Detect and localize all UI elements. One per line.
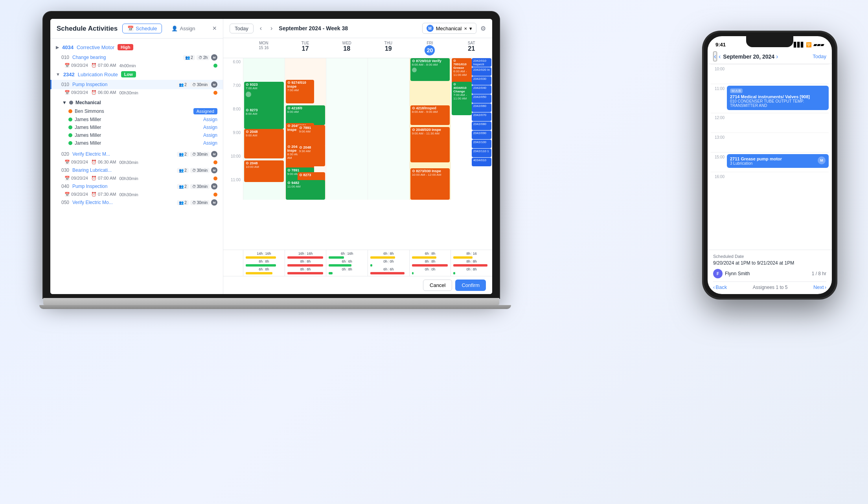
event-sat-blue-10[interactable]: 2342/100 <box>472 140 491 148</box>
phone-event-2711[interactable]: 2711 Grease pump motor 3 Lubrication M <box>727 154 829 168</box>
event-sat-2[interactable]: ⊙ 4034/010 Change 7:00 AM - 11:00 AM <box>452 82 471 115</box>
day-col-sat: ⊙ 7891/010 Grease 6:00 AM - 11:00 AM ⊙ 4… <box>451 58 492 200</box>
activity-030[interactable]: 030 Bearing Lubricati... 👥2 ⏱30min M <box>50 166 223 175</box>
phone-time-row-15: 15:00 2711 Grease pump motor 3 Lubricati… <box>711 152 829 172</box>
res-thu: 6h|8h 0h|0h 6h|6h <box>368 250 409 276</box>
day-num-sat: 21 <box>452 45 491 52</box>
phone-calendar-header: ‹ ‹ September 20, 2024 › Today <box>708 49 832 64</box>
event-tue-2[interactable]: ⊙ 4218/0 8:00 AM <box>286 105 326 125</box>
confirm-button[interactable]: Confirm <box>455 280 486 291</box>
event-sat-blue-1[interactable]: 2342/010 Inspecti <box>472 58 491 67</box>
assign-header-button[interactable]: 👤 Assign <box>167 24 200 33</box>
day-label: MON15 16 <box>259 41 268 50</box>
prev-button[interactable]: ‹ <box>257 24 264 33</box>
phone-time-label-15: 15:00 <box>711 154 725 159</box>
activity-020[interactable]: 020 Verify Electric M... 👥2 ⏱30min M <box>50 149 223 159</box>
assignee-section-010: ▼ Mechanical Ben Simmons Assigned <box>50 96 223 149</box>
event-tue-5[interactable]: ⊙ 7891 9:00 AM <box>298 125 326 147</box>
event-sat-blue-12[interactable]: 4034/010 <box>472 158 491 166</box>
wo-header-2342[interactable]: ▼ 2342 Lubrication Route Low <box>50 69 223 80</box>
event-tue-9[interactable]: ⊙ 9482 11:00 AM <box>286 180 326 200</box>
event-sat-blue-6[interactable]: 2342/060 <box>472 103 491 112</box>
phone-nav-prev[interactable]: ‹ <box>719 53 721 60</box>
cancel-button[interactable]: Cancel <box>423 280 452 291</box>
day-header-sat: SAT 21 <box>451 38 492 58</box>
expand-dept-icon: ▼ <box>62 100 67 105</box>
assign-button-2[interactable]: Assign <box>203 125 217 130</box>
phone-today-button[interactable]: Today <box>813 53 826 59</box>
activity-010-pump[interactable]: 010 Pump Inspection 👥2 ⏱30min M <box>50 80 223 89</box>
event-sub-2714: 010 CONDENSER TUBE OUTPUT TEMP. TRANSMIT… <box>730 99 826 108</box>
phone-time-row-12: 12:00 <box>711 113 829 132</box>
assign-button-4[interactable]: Assign <box>203 140 217 146</box>
assignee-name-3: James Miller <box>75 132 201 138</box>
activity-050[interactable]: 050 Verify Electric Mo... 👥2 ⏱30min M <box>50 198 223 207</box>
event-fri-4[interactable]: ⊙ 8273/030 Inspe 10:00 AM - 12:00 AM <box>410 168 450 200</box>
priority-badge-low: Low <box>121 71 136 77</box>
time-1100: 11:00 <box>223 176 243 200</box>
event-sat-blue-7[interactable]: 2342/070 <box>472 112 491 121</box>
day-col-thu <box>368 58 409 200</box>
event-tue-6[interactable]: ⊙ 2048 9:30 AM <box>298 145 326 166</box>
next-button[interactable]: › <box>268 24 275 33</box>
event-sat-blue-11[interactable]: 2342/110 1 <box>472 149 491 157</box>
res-mon: 14h|16h 8h|8h 6h|8h <box>243 250 285 276</box>
wo-id-2342[interactable]: 2342 <box>63 72 75 77</box>
wo-name-4034: Corrective Motor <box>77 44 114 50</box>
day-label-thu: THU <box>384 41 393 45</box>
signal-icon: ▋▋▋ <box>794 42 804 48</box>
phone-time-row-10: 10:00 <box>711 64 829 84</box>
assignee-name: Flynn Smith <box>725 271 750 276</box>
phone-back-nav-button[interactable]: ‹ Back <box>713 284 727 290</box>
wo-header-4034[interactable]: ▶ 4034 Corrective Motor High <box>50 42 223 53</box>
activity-detail-010: 📅 09/20/24 ⏰ 06:00 AM 00h30min <box>50 89 223 96</box>
day-num-thu: 19 <box>369 45 408 52</box>
time-600: 6:00 <box>223 58 243 82</box>
event-mon-4[interactable]: ⊙ 2048 10:00 AM <box>244 160 284 182</box>
event-sat-blue-5[interactable]: 2342/050 <box>472 94 491 103</box>
phone-time-label-11: 11:00 <box>711 86 725 91</box>
person-icon: 👤 <box>171 26 178 31</box>
phone-footer-nav: ‹ Back Assignees 1 to 5 Next › <box>713 281 826 290</box>
day-label-wed: WED <box>342 41 351 45</box>
phone-cal-body: 10:00 11:00 M A B 2714 Medical instrumen… <box>708 64 832 250</box>
event-fri-1[interactable]: ⊙ 8729/010 Verify 6:00 AM - 8:00 AM <box>410 58 450 81</box>
event-fri-2[interactable]: ⊙ 4218/Insped 8:00 AM - 9:00 AM <box>410 105 450 125</box>
event-sat-blue-8[interactable]: 2342/080 <box>472 121 491 130</box>
close-button[interactable]: × <box>212 24 217 33</box>
event-tue-1[interactable]: ⊙ 9274/010 Inspe 7:00 AM <box>286 80 314 103</box>
event-sat-blue-2[interactable]: 2342/020 In <box>472 67 491 76</box>
event-fri-3[interactable]: ⊙ 2048/020 Inspe 9:00 AM - 11:30 AM <box>410 127 450 162</box>
phone-nav-next[interactable]: › <box>776 53 778 60</box>
filter-label: Mechanical <box>436 26 462 31</box>
schedule-button[interactable]: 📅 Schedule <box>122 24 162 33</box>
phone-back-button[interactable]: ‹ <box>713 52 717 61</box>
assign-button-3[interactable]: Assign <box>203 132 217 138</box>
event-mon-3[interactable]: ⊙ 2048 9:00 AM <box>244 129 284 158</box>
event-sat-blue-4[interactable]: 2342/040 <box>472 85 491 94</box>
priority-badge-high: High <box>118 44 133 50</box>
settings-button[interactable]: ⚙ <box>480 25 486 32</box>
filter-chip[interactable]: M Mechanical × ▾ <box>422 23 476 34</box>
event-sat-blue-3[interactable]: 2342/030 <box>472 76 491 85</box>
phone-time-row-11: 11:00 M A B 2714 Medical instruments/ Va… <box>711 84 829 113</box>
wo-id-4034[interactable]: 4034 <box>62 44 74 50</box>
assignee-row-2: James Miller Assign <box>62 123 217 131</box>
activity-040[interactable]: 040 Pump Inspection 👥2 ⏱30min M <box>50 182 223 191</box>
phone-notch <box>746 36 793 47</box>
event-badge: M A B <box>730 88 743 93</box>
activity-row-4034-010[interactable]: 010 Change bearing 👥2 ⏱2h M <box>50 53 223 62</box>
assign-button-1[interactable]: Assign <box>203 117 217 122</box>
phone-event-2714[interactable]: M A B 2714 Medical instruments/ Valves [… <box>727 86 829 110</box>
phone-time: 9:41 <box>715 42 726 48</box>
laptop-base <box>43 298 499 305</box>
event-mon-2[interactable]: ⊙ 8273 8:00 AM <box>244 107 284 129</box>
event-mon-1[interactable]: ⊙ 9323 7:00 AM <box>244 82 284 111</box>
event-sat-blue-9[interactable]: 2342/090 <box>472 131 491 139</box>
assigned-button[interactable]: Assigned <box>193 108 217 114</box>
event-sat-1[interactable]: ⊙ 7891/010 Grease 6:00 AM - 11:00 AM <box>452 58 471 84</box>
phone-next-nav-button[interactable]: Next › <box>813 284 826 290</box>
filter-close[interactable]: × <box>464 26 467 31</box>
scheduled-date-value: 9/20/2024 at 1PM to 9/21/2024 at 1PM <box>713 260 826 266</box>
today-button[interactable]: Today <box>230 24 254 33</box>
